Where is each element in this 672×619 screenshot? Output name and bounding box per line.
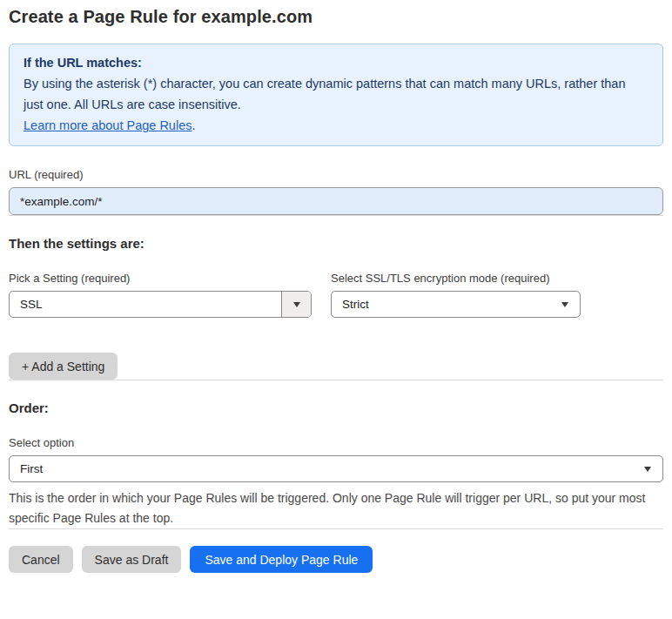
settings-row: Pick a Setting (required) SSL Select SSL…: [9, 251, 663, 318]
setting-picker-column: Pick a Setting (required) SSL: [9, 251, 312, 318]
url-match-info-box: If the URL matches: By using the asteris…: [9, 44, 663, 146]
chevron-down-icon[interactable]: [281, 292, 311, 317]
add-setting-button[interactable]: + Add a Setting: [9, 353, 118, 380]
order-select-label: Select option: [9, 436, 663, 449]
info-link-row: Learn more about Page Rules.: [24, 115, 648, 136]
url-input[interactable]: [9, 187, 663, 215]
save-draft-button[interactable]: Save as Draft: [82, 546, 182, 573]
chevron-down-icon: [644, 467, 662, 472]
divider: [9, 380, 663, 380]
cancel-button[interactable]: Cancel: [9, 546, 73, 573]
setting-select[interactable]: SSL: [9, 291, 312, 318]
learn-more-link[interactable]: Learn more about Page Rules: [24, 118, 192, 132]
create-page-rule-form: Create a Page Rule for example.com If th…: [0, 0, 672, 573]
order-select-value: First: [10, 462, 644, 475]
setting-picker-label: Pick a Setting (required): [9, 272, 312, 285]
settings-section-heading: Then the settings are:: [9, 236, 663, 251]
info-box-body: By using the asterisk (*) character, you…: [24, 73, 648, 115]
page-title: Create a Page Rule for example.com: [9, 7, 663, 27]
mode-picker-label: Select SSL/TLS encryption mode (required…: [331, 272, 581, 285]
mode-picker-column: Select SSL/TLS encryption mode (required…: [331, 251, 581, 318]
order-select[interactable]: First: [9, 455, 663, 482]
ssl-mode-select-value: Strict: [332, 298, 561, 311]
order-help-text: This is the order in which your Page Rul…: [9, 488, 660, 528]
order-section-heading: Order:: [9, 400, 663, 415]
link-suffix: .: [192, 118, 195, 132]
ssl-mode-select[interactable]: Strict: [331, 291, 581, 318]
divider: [9, 528, 663, 529]
divider: [9, 215, 663, 216]
save-deploy-button[interactable]: Save and Deploy Page Rule: [190, 546, 373, 573]
chevron-down-icon: [561, 302, 580, 307]
url-label: URL (required): [9, 168, 663, 181]
footer-actions: Cancel Save as Draft Save and Deploy Pag…: [9, 546, 663, 573]
info-box-heading: If the URL matches:: [24, 52, 648, 73]
setting-select-value: SSL: [10, 298, 281, 311]
